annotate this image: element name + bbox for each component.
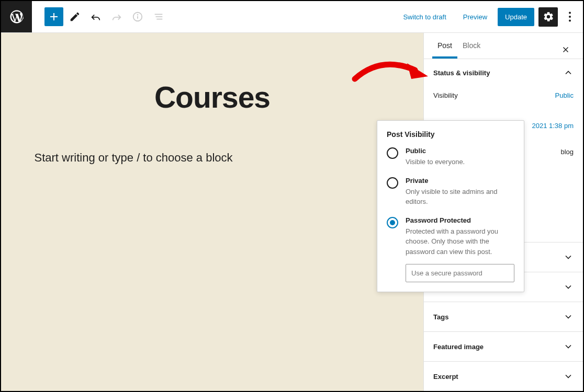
radio-icon (387, 177, 398, 189)
svg-point-7 (569, 16, 571, 18)
radio-desc: Only visible to site admins and editors. (406, 187, 514, 207)
redo-icon (107, 7, 126, 26)
publish-date-peek[interactable]: 2021 1:38 pm (532, 122, 574, 130)
radio-label: Public (406, 147, 514, 155)
chevron-down-icon (563, 282, 574, 292)
visibility-option-private[interactable]: Private Only visible to site admins and … (387, 177, 514, 207)
blog-peek: blog (560, 148, 574, 156)
tab-block[interactable]: Block (457, 34, 486, 59)
svg-point-8 (569, 20, 571, 22)
panel-featured-image[interactable]: Featured image (424, 331, 583, 361)
radio-icon (387, 147, 398, 159)
panel-tags[interactable]: Tags (424, 302, 583, 331)
chevron-down-icon (563, 312, 574, 322)
popover-title: Post Visibility (387, 130, 514, 139)
tab-post[interactable]: Post (432, 34, 457, 59)
chevron-up-icon (563, 67, 574, 78)
svg-point-2 (138, 15, 138, 15)
more-options-icon[interactable] (562, 7, 578, 26)
visibility-label: Visibility (433, 91, 458, 99)
outline-icon (149, 7, 168, 26)
status-visibility-panel-header[interactable]: Status & visibility (424, 59, 583, 86)
panel-excerpt[interactable]: Excerpt (424, 361, 583, 391)
radio-label: Private (406, 177, 514, 185)
password-input[interactable] (406, 264, 514, 282)
settings-gear-button[interactable] (538, 7, 558, 27)
update-button[interactable]: Update (498, 8, 534, 26)
preview-link[interactable]: Preview (457, 9, 493, 25)
chevron-down-icon (563, 341, 574, 352)
radio-desc: Visible to everyone. (406, 157, 514, 167)
visibility-value-link[interactable]: Public (555, 91, 574, 99)
panel-title: Status & visibility (433, 69, 490, 77)
editor-canvas[interactable]: Courses Start writing or type / to choos… (1, 33, 423, 391)
visibility-option-password[interactable]: Password Protected Protected with a pass… (387, 216, 514, 257)
info-icon (128, 7, 147, 26)
chevron-down-icon (563, 252, 574, 262)
svg-point-6 (569, 12, 571, 14)
close-sidebar-icon[interactable] (557, 41, 575, 59)
radio-label: Password Protected (406, 216, 514, 224)
wordpress-logo[interactable] (1, 1, 32, 32)
radio-desc: Protected with a password you choose. On… (406, 226, 514, 257)
add-block-button[interactable] (44, 7, 63, 26)
edit-pencil-icon[interactable] (65, 7, 84, 26)
page-title[interactable]: Courses (1, 80, 423, 114)
chevron-down-icon (563, 371, 574, 382)
undo-icon[interactable] (86, 7, 105, 26)
visibility-option-public[interactable]: Public Visible to everyone. (387, 147, 514, 167)
visibility-popover: Post Visibility Public Visible to everyo… (377, 120, 524, 292)
radio-icon-selected (387, 217, 398, 228)
block-placeholder[interactable]: Start writing or type / to choose a bloc… (35, 151, 233, 164)
switch-to-draft-link[interactable]: Switch to draft (397, 9, 452, 25)
